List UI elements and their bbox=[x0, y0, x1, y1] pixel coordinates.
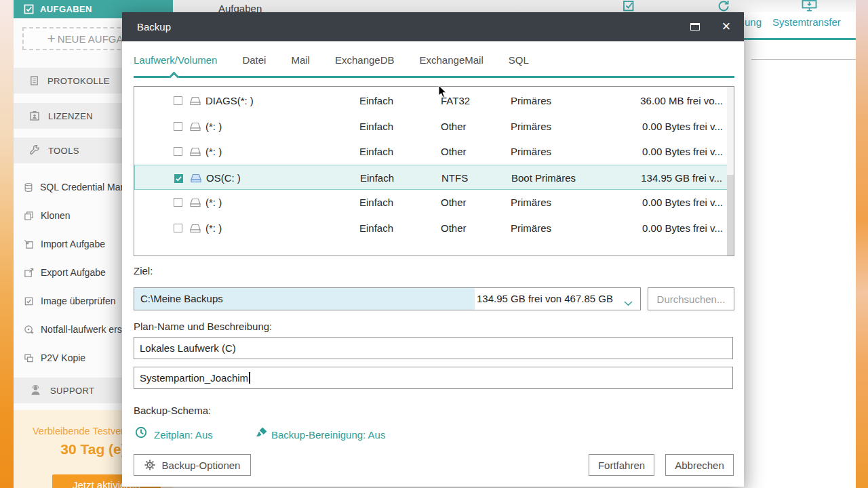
drive-free-space: 0.00 Bytes frei v... bbox=[642, 216, 723, 241]
chevron-down-icon[interactable] bbox=[624, 297, 633, 309]
tab-underline bbox=[134, 76, 734, 78]
continue-button[interactable]: Fortfahren bbox=[589, 454, 654, 476]
drive-partition-role: Primäres bbox=[511, 190, 551, 216]
drive-type: Einfach bbox=[359, 139, 393, 165]
desktop-edge-left bbox=[0, 0, 14, 488]
backup-options-label: Backup-Optionen bbox=[162, 460, 241, 471]
drive-free-space: 134.95 GB frei v... bbox=[641, 165, 722, 191]
clock-icon bbox=[135, 426, 147, 441]
drive-type: Einfach bbox=[359, 216, 393, 241]
row-checkbox[interactable] bbox=[174, 198, 182, 207]
checkbox-check-icon bbox=[24, 4, 34, 14]
drive-free-space: 0.00 Bytes frei v... bbox=[642, 190, 723, 216]
drive-icon bbox=[189, 197, 202, 210]
drive-icon bbox=[189, 96, 202, 108]
verify-icon bbox=[24, 296, 34, 306]
row-checkbox[interactable] bbox=[174, 224, 182, 232]
drive-name: DIAGS(*: ) bbox=[205, 88, 254, 114]
tab-laufwerk-volumen[interactable]: Laufwerk/Volumen bbox=[134, 54, 217, 66]
target-path-value: C:\Meine Backups bbox=[140, 288, 223, 310]
drive-name: (*: ) bbox=[205, 114, 222, 140]
table-row[interactable]: (*: )EinfachOtherPrimäres0.00 Bytes frei… bbox=[134, 190, 734, 216]
row-checkbox[interactable] bbox=[174, 96, 182, 105]
tab-sql[interactable]: SQL bbox=[509, 54, 529, 66]
plan-name-label: Plan-Name und Beschreibung: bbox=[134, 321, 272, 332]
nav-label-partial[interactable]: ung bbox=[745, 16, 762, 28]
drive-icon bbox=[189, 146, 202, 159]
drive-name: (*: ) bbox=[205, 139, 222, 165]
backup-cleanup-link[interactable]: Backup-Bereinigung: Aus bbox=[271, 429, 385, 441]
row-checkbox[interactable] bbox=[174, 122, 182, 131]
table-row[interactable]: OS(C: )EinfachNTFSBoot Primäres134.95 GB… bbox=[134, 165, 734, 190]
tab-datei[interactable]: Datei bbox=[242, 54, 266, 66]
dialog-titlebar[interactable]: Backup × bbox=[122, 12, 744, 41]
zeitplan-link[interactable]: Zeitplan: Aus bbox=[154, 429, 213, 441]
sidebar-item-label: TOOLS bbox=[48, 146, 79, 156]
background-topbar bbox=[173, 0, 856, 12]
cancel-button[interactable]: Abbrechen bbox=[665, 454, 734, 476]
support-person-icon bbox=[29, 385, 42, 396]
drive-type: Einfach bbox=[359, 114, 393, 140]
clone-icon bbox=[24, 211, 34, 221]
drive-table: DIAGS(*: )EinfachFAT32Primäres36.00 MB f… bbox=[134, 86, 734, 256]
backup-dialog: Backup × Laufwerk/VolumenDateiMailExchan… bbox=[122, 12, 744, 487]
nav-divider-line bbox=[751, 59, 856, 60]
nav-label-systemtransfer[interactable]: Systemtransfer bbox=[772, 16, 841, 28]
badge-icon bbox=[29, 110, 40, 121]
drive-type: Einfach bbox=[359, 88, 393, 114]
plan-description-value: Systempartion_Joachim bbox=[140, 372, 248, 384]
table-scrollbar[interactable] bbox=[727, 87, 734, 256]
plan-description-input[interactable]: Systempartion_Joachim bbox=[134, 367, 733, 389]
tool-item-label: Export Aufgabe bbox=[41, 267, 106, 278]
table-row[interactable]: (*: )EinfachOtherPrimäres0.00 Bytes frei… bbox=[134, 216, 734, 241]
sidebar-item-label: SUPPORT bbox=[50, 386, 94, 396]
tab-exchangedb[interactable]: ExchangeDB bbox=[335, 54, 395, 66]
drive-partition-role: Primäres bbox=[511, 88, 551, 114]
plan-name-value: Lokales Laufwerk (C) bbox=[140, 342, 236, 354]
tab-exchangemail[interactable]: ExchangeMail bbox=[420, 54, 484, 66]
drive-filesystem: Other bbox=[441, 139, 467, 165]
drive-filesystem: Other bbox=[441, 190, 467, 216]
cleanup-brush-icon bbox=[256, 426, 268, 441]
emergency-disk-icon bbox=[24, 325, 34, 335]
drive-free-space: 0.00 Bytes frei v... bbox=[642, 114, 723, 140]
wrench-icon bbox=[29, 145, 40, 156]
drive-type: Einfach bbox=[359, 190, 393, 216]
drive-partition-role: Boot Primäres bbox=[511, 165, 576, 191]
table-row[interactable]: (*: )EinfachOtherPrimäres0.00 Bytes frei… bbox=[134, 139, 734, 165]
systemtransfer-monitor-icon[interactable] bbox=[802, 0, 817, 14]
export-icon bbox=[24, 268, 34, 278]
drive-name: (*: ) bbox=[205, 216, 222, 241]
tool-item-label: Image überprüfen bbox=[41, 296, 116, 306]
plus-icon: + bbox=[47, 32, 56, 45]
maximize-button[interactable] bbox=[690, 23, 700, 30]
text-caret bbox=[249, 372, 250, 384]
ziel-label: Ziel: bbox=[134, 265, 153, 277]
p2v-icon bbox=[24, 353, 34, 363]
close-icon[interactable]: × bbox=[716, 16, 736, 37]
browse-button[interactable]: Durchsuchen... bbox=[648, 287, 734, 310]
row-checkbox[interactable] bbox=[174, 174, 183, 182]
tool-item-label: P2V Kopie bbox=[41, 352, 85, 363]
backup-options-button[interactable]: Backup-Optionen bbox=[134, 454, 251, 476]
target-path-combobox[interactable]: C:\Meine Backups 134.95 GB frei von 467.… bbox=[134, 287, 641, 310]
tab-caret bbox=[169, 72, 180, 83]
drive-free-space: 0.00 Bytes frei v... bbox=[642, 139, 723, 165]
sidebar-item-label: PROTOKOLLE bbox=[47, 76, 110, 86]
table-row[interactable]: DIAGS(*: )EinfachFAT32Primäres36.00 MB f… bbox=[134, 88, 734, 114]
mouse-cursor bbox=[438, 85, 447, 101]
drive-filesystem: Other bbox=[441, 114, 467, 140]
screen: Aufgaben ung Systemtransfer AUFGABEN + N… bbox=[0, 0, 868, 488]
row-checkbox[interactable] bbox=[174, 147, 182, 156]
sidebar-header-label: AUFGABEN bbox=[40, 4, 92, 14]
drive-partition-role: Primäres bbox=[511, 114, 551, 140]
drive-partition-role: Primäres bbox=[511, 216, 551, 241]
table-row[interactable]: (*: )EinfachOtherPrimäres0.00 Bytes frei… bbox=[134, 114, 734, 140]
scrollbar-thumb[interactable] bbox=[727, 175, 734, 256]
drive-free-space: 36.00 MB frei vo... bbox=[640, 88, 723, 114]
drive-partition-role: Primäres bbox=[511, 139, 551, 165]
tab-mail[interactable]: Mail bbox=[291, 54, 310, 66]
sidebar-item-label: LIZENZEN bbox=[48, 111, 93, 121]
plan-name-input[interactable]: Lokales Laufwerk (C) bbox=[134, 337, 733, 359]
tool-item-label: Import Aufgabe bbox=[41, 239, 105, 249]
